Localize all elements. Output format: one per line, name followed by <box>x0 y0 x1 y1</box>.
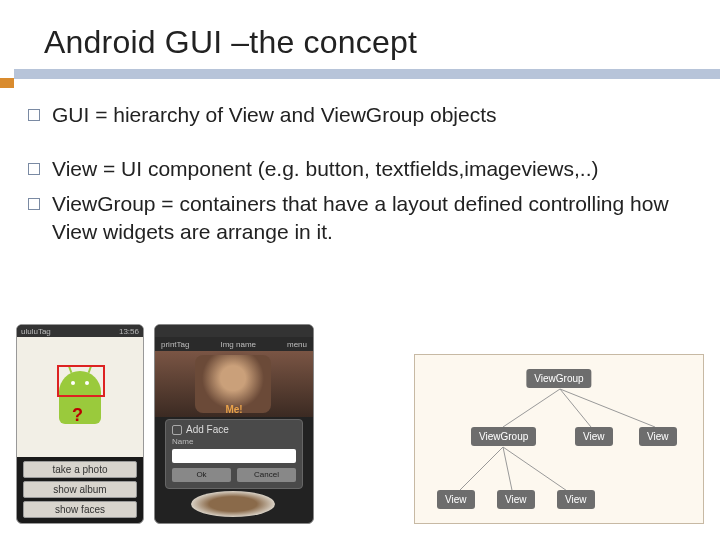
add-face-dialog: Add Face Name Ok Cancel <box>165 419 303 489</box>
cancel-button: Cancel <box>237 468 296 482</box>
node-viewgroup-2: ViewGroup <box>471 427 536 446</box>
face-label: Me! <box>225 404 242 415</box>
svg-line-5 <box>503 447 573 495</box>
bullet-1: GUI = hierarchy of View and ViewGroup ob… <box>24 101 704 129</box>
content-area: GUI = hierarchy of View and ViewGroup ob… <box>0 79 720 246</box>
name-input <box>172 449 296 463</box>
dialog-title-row: Add Face <box>172 424 296 435</box>
title-accent <box>0 78 14 88</box>
bullet-list: GUI = hierarchy of View and ViewGroup ob… <box>24 101 704 246</box>
image-row: ululuTag 13:56 ? take a photo show album… <box>16 324 704 524</box>
svg-line-3 <box>455 447 503 495</box>
title-underline <box>14 69 720 79</box>
node-view-3: View <box>437 490 475 509</box>
app-bar: printTag Img name menu <box>155 337 313 351</box>
node-view-1: View <box>575 427 613 446</box>
screen-area: ? <box>17 337 143 457</box>
plate-image <box>191 491 275 517</box>
phone-screenshot-2: printTag Img name menu Me! Add Face Name… <box>154 324 314 524</box>
take-photo-button: take a photo <box>23 461 137 478</box>
face-preview: Me! <box>155 351 313 417</box>
app-bar-right: menu <box>287 340 307 349</box>
button-group: take a photo show album show faces <box>17 457 143 518</box>
detection-box <box>57 365 105 397</box>
node-root: ViewGroup <box>526 369 591 388</box>
dialog-buttons: Ok Cancel <box>172 468 296 482</box>
show-faces-button: show faces <box>23 501 137 518</box>
slide-title: Android GUI –the concept <box>0 0 720 69</box>
node-view-4: View <box>497 490 535 509</box>
face-icon <box>172 425 182 435</box>
ok-button: Ok <box>172 468 231 482</box>
dialog-title: Add Face <box>186 424 229 435</box>
svg-line-0 <box>503 389 560 427</box>
show-album-button: show album <box>23 481 137 498</box>
node-view-5: View <box>557 490 595 509</box>
svg-line-2 <box>560 389 655 427</box>
app-bar-left: printTag <box>161 340 189 349</box>
bullet-2: View = UI component (e.g. button, textfi… <box>24 155 704 183</box>
status-left: ululuTag <box>21 327 51 336</box>
app-bar-mid: Img name <box>220 340 256 349</box>
viewgroup-diagram: ViewGroup ViewGroup View View View View … <box>414 354 704 524</box>
bullet-3: ViewGroup = containers that have a layou… <box>24 190 704 247</box>
status-bar: ululuTag 13:56 <box>17 325 143 337</box>
status-right: 13:56 <box>119 327 139 336</box>
question-mark-icon: ? <box>72 405 83 426</box>
node-view-2: View <box>639 427 677 446</box>
status-bar <box>155 325 313 337</box>
phone-screenshot-1: ululuTag 13:56 ? take a photo show album… <box>16 324 144 524</box>
svg-line-4 <box>503 447 513 495</box>
dialog-field-label: Name <box>172 437 296 446</box>
